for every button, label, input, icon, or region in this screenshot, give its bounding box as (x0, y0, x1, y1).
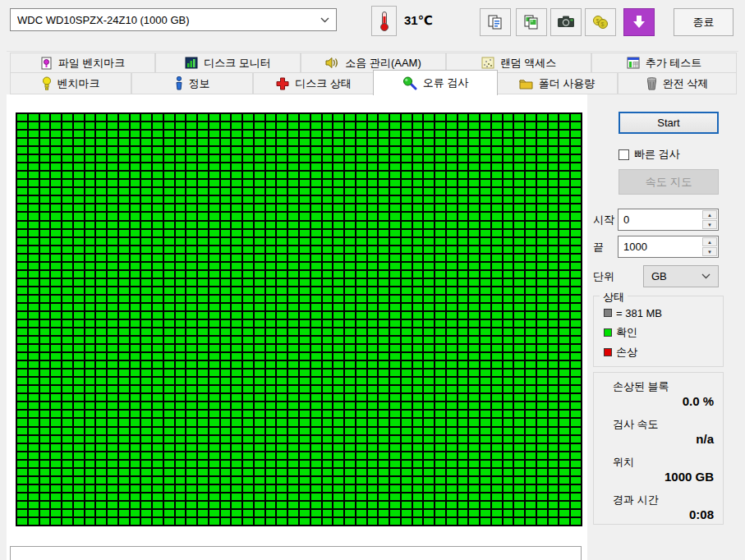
scan-block (242, 402, 254, 410)
scan-block (231, 501, 242, 509)
speed-map-button[interactable]: 속도 지도 (619, 169, 719, 195)
scan-block (130, 254, 141, 262)
scan-block (458, 377, 469, 385)
scan-block (446, 410, 458, 418)
tab-secure-erase[interactable]: 완전 삭제 (618, 72, 737, 94)
temperature-button[interactable] (371, 6, 397, 36)
scan-block (95, 229, 107, 237)
donate-button[interactable]: $ $ (585, 8, 616, 36)
scan-block (130, 393, 141, 402)
scan-block (186, 113, 197, 122)
scan-block (107, 493, 118, 501)
copy-text-button[interactable] (480, 8, 511, 36)
quick-scan-checkbox[interactable] (619, 149, 629, 160)
scan-block (333, 229, 344, 237)
scan-block (231, 377, 242, 385)
scan-block (299, 237, 310, 246)
scan-block (559, 311, 570, 319)
scan-block (503, 187, 514, 195)
scan-start-input[interactable]: 0 ▲ ▼ (618, 209, 719, 231)
scan-block (140, 410, 152, 418)
update-button[interactable] (623, 8, 655, 36)
copy-image-button[interactable] (516, 8, 547, 36)
scan-block (570, 254, 582, 262)
spin-down-icon[interactable]: ▼ (702, 220, 717, 229)
scan-block (513, 336, 525, 344)
scan-block (276, 484, 287, 493)
scan-block (276, 410, 287, 418)
scan-block (446, 352, 458, 360)
scan-block (175, 179, 186, 187)
tab-disk-health[interactable]: 디스크 상태 (253, 72, 375, 94)
scan-block (209, 517, 220, 526)
scan-block (401, 344, 412, 352)
spin-down-icon[interactable]: ▼ (702, 247, 717, 256)
scan-block (356, 493, 367, 501)
scan-block (107, 393, 118, 402)
scan-block (73, 468, 85, 476)
spin-up-icon[interactable]: ▲ (702, 237, 717, 246)
scan-block (423, 484, 435, 493)
tab-folder-usage[interactable]: 폴더 사용량 (496, 72, 618, 94)
scan-block (299, 254, 310, 262)
scan-block (62, 187, 73, 195)
device-select[interactable]: WDC WD10SPZX-24Z10 (1000 GB) (10, 8, 337, 31)
scan-block (287, 435, 299, 443)
tab-info[interactable]: 정보 (131, 72, 253, 94)
tab-error-scan[interactable]: 오류 검사 (373, 70, 498, 95)
scan-block (570, 476, 582, 484)
scan-block (310, 146, 322, 154)
scan-block (367, 246, 379, 254)
scan-block (140, 484, 152, 493)
scan-block (16, 154, 28, 163)
screenshot-button[interactable] (550, 8, 582, 36)
start-scan-button[interactable]: Start (619, 112, 719, 134)
scan-block (333, 393, 344, 402)
scan-block (107, 410, 118, 418)
scan-block (322, 427, 333, 435)
scan-block (570, 443, 582, 452)
scan-block (242, 254, 254, 262)
scan-block (513, 402, 525, 410)
scan-block (254, 517, 265, 526)
scan-block (356, 287, 367, 295)
scan-end-input[interactable]: 1000 ▲ ▼ (618, 236, 719, 258)
scan-block (423, 146, 435, 154)
scan-block (333, 377, 344, 385)
tab-benchmark[interactable]: 벤치마크 (10, 72, 131, 94)
scan-block (287, 130, 299, 138)
exit-button[interactable]: 종료 (674, 8, 734, 36)
scan-block (85, 270, 96, 278)
scan-block (503, 254, 514, 262)
scan-block (287, 212, 299, 220)
scan-block (344, 212, 356, 220)
scan-block (186, 163, 197, 171)
scan-block (412, 187, 424, 195)
scan-block (412, 146, 424, 154)
scan-block (231, 278, 242, 287)
scan-block (39, 171, 51, 179)
scan-block (548, 435, 559, 443)
scan-block (175, 410, 186, 418)
scan-block (356, 212, 367, 220)
scan-block (322, 410, 333, 418)
scan-block (446, 484, 458, 493)
scan-block (107, 303, 118, 311)
tab-file-benchmark[interactable]: 파일 벤치마크 (10, 53, 155, 73)
scan-block (209, 204, 220, 212)
tab-disk-monitor[interactable]: 디스크 모니터 (155, 53, 301, 73)
scan-block (140, 221, 152, 229)
scan-block (367, 484, 379, 493)
scan-block (175, 154, 186, 163)
scan-block (85, 287, 96, 295)
unit-select[interactable]: GB (643, 265, 719, 287)
scan-block (491, 221, 503, 229)
scan-block (401, 179, 412, 187)
scan-block (140, 501, 152, 509)
stat-value: 0.0 % (594, 393, 723, 410)
spin-up-icon[interactable]: ▲ (702, 210, 717, 219)
scan-block (299, 278, 310, 287)
scan-block (356, 517, 367, 526)
tab-extra-tests[interactable]: 추가 테스트 (591, 53, 737, 73)
scan-block (163, 344, 175, 352)
